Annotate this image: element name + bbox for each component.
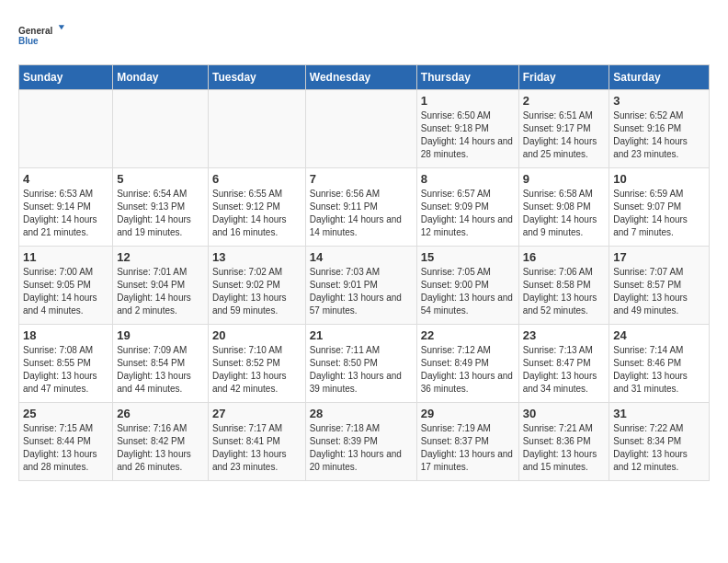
calendar-cell: 11Sunrise: 7:00 AM Sunset: 9:05 PM Dayli… <box>19 247 113 325</box>
calendar-cell: 5Sunrise: 6:54 AM Sunset: 9:13 PM Daylig… <box>113 168 209 247</box>
calendar-cell: 22Sunrise: 7:12 AM Sunset: 8:49 PM Dayli… <box>416 325 518 403</box>
day-info: Sunrise: 7:02 AM Sunset: 9:02 PM Dayligh… <box>212 266 301 317</box>
day-number: 11 <box>23 250 108 264</box>
day-info: Sunrise: 7:00 AM Sunset: 9:05 PM Dayligh… <box>23 266 108 317</box>
calendar-cell: 6Sunrise: 6:55 AM Sunset: 9:12 PM Daylig… <box>209 168 306 247</box>
day-info: Sunrise: 7:10 AM Sunset: 8:52 PM Dayligh… <box>212 344 301 396</box>
day-number: 26 <box>117 407 204 420</box>
calendar-cell: 2Sunrise: 6:51 AM Sunset: 9:17 PM Daylig… <box>518 90 609 168</box>
calendar-cell: 30Sunrise: 7:21 AM Sunset: 8:36 PM Dayli… <box>518 403 609 481</box>
calendar-cell: 21Sunrise: 7:11 AM Sunset: 8:50 PM Dayli… <box>305 325 416 403</box>
calendar-cell: 9Sunrise: 6:58 AM Sunset: 9:08 PM Daylig… <box>518 168 609 247</box>
calendar-cell: 31Sunrise: 7:22 AM Sunset: 8:34 PM Dayli… <box>609 403 710 481</box>
calendar-cell: 12Sunrise: 7:01 AM Sunset: 9:04 PM Dayli… <box>113 247 209 325</box>
header-monday: Monday <box>113 65 209 90</box>
day-info: Sunrise: 7:22 AM Sunset: 8:34 PM Dayligh… <box>613 422 705 474</box>
calendar-cell: 16Sunrise: 7:06 AM Sunset: 8:58 PM Dayli… <box>518 247 609 325</box>
calendar-cell <box>113 90 209 168</box>
day-info: Sunrise: 6:57 AM Sunset: 9:09 PM Dayligh… <box>421 188 515 239</box>
calendar-week-row: 4Sunrise: 6:53 AM Sunset: 9:14 PM Daylig… <box>19 168 710 247</box>
header-thursday: Thursday <box>416 65 518 90</box>
day-info: Sunrise: 7:05 AM Sunset: 9:00 PM Dayligh… <box>421 266 515 317</box>
header-tuesday: Tuesday <box>209 65 306 90</box>
day-info: Sunrise: 7:21 AM Sunset: 8:36 PM Dayligh… <box>523 422 606 474</box>
calendar-cell: 10Sunrise: 6:59 AM Sunset: 9:07 PM Dayli… <box>609 168 710 247</box>
calendar-cell: 24Sunrise: 7:14 AM Sunset: 8:46 PM Dayli… <box>609 325 710 403</box>
calendar-cell: 23Sunrise: 7:13 AM Sunset: 8:47 PM Dayli… <box>518 325 609 403</box>
day-number: 3 <box>613 94 705 108</box>
calendar-cell: 13Sunrise: 7:02 AM Sunset: 9:02 PM Dayli… <box>209 247 306 325</box>
day-number: 15 <box>421 250 515 264</box>
day-info: Sunrise: 7:09 AM Sunset: 8:54 PM Dayligh… <box>117 344 204 396</box>
calendar-cell <box>209 90 306 168</box>
day-number: 7 <box>310 172 413 186</box>
logo: General Blue <box>18 18 64 55</box>
day-info: Sunrise: 7:15 AM Sunset: 8:44 PM Dayligh… <box>23 422 108 474</box>
day-number: 4 <box>23 172 108 186</box>
calendar-week-row: 25Sunrise: 7:15 AM Sunset: 8:44 PM Dayli… <box>19 403 710 481</box>
day-number: 5 <box>117 172 204 186</box>
calendar-cell: 4Sunrise: 6:53 AM Sunset: 9:14 PM Daylig… <box>19 168 113 247</box>
calendar-cell: 1Sunrise: 6:50 AM Sunset: 9:18 PM Daylig… <box>416 90 518 168</box>
day-info: Sunrise: 6:53 AM Sunset: 9:14 PM Dayligh… <box>23 188 108 239</box>
day-info: Sunrise: 7:18 AM Sunset: 8:39 PM Dayligh… <box>310 422 413 474</box>
day-number: 20 <box>212 328 301 342</box>
header-sunday: Sunday <box>19 65 113 90</box>
day-number: 10 <box>613 172 705 186</box>
day-info: Sunrise: 6:52 AM Sunset: 9:16 PM Dayligh… <box>613 109 705 161</box>
calendar-cell: 15Sunrise: 7:05 AM Sunset: 9:00 PM Dayli… <box>416 247 518 325</box>
calendar-cell <box>305 90 416 168</box>
svg-text:General: General <box>18 26 52 36</box>
day-number: 30 <box>523 407 606 420</box>
day-info: Sunrise: 6:51 AM Sunset: 9:17 PM Dayligh… <box>523 109 606 161</box>
calendar-cell: 28Sunrise: 7:18 AM Sunset: 8:39 PM Dayli… <box>305 403 416 481</box>
calendar-cell: 7Sunrise: 6:56 AM Sunset: 9:11 PM Daylig… <box>305 168 416 247</box>
day-info: Sunrise: 6:55 AM Sunset: 9:12 PM Dayligh… <box>212 188 301 239</box>
day-number: 23 <box>523 328 606 342</box>
calendar-week-row: 18Sunrise: 7:08 AM Sunset: 8:55 PM Dayli… <box>19 325 710 403</box>
day-number: 24 <box>613 328 705 342</box>
day-info: Sunrise: 7:06 AM Sunset: 8:58 PM Dayligh… <box>523 266 606 317</box>
calendar-cell: 14Sunrise: 7:03 AM Sunset: 9:01 PM Dayli… <box>305 247 416 325</box>
day-number: 22 <box>421 328 515 342</box>
logo-svg: General Blue <box>18 18 64 55</box>
day-info: Sunrise: 7:12 AM Sunset: 8:49 PM Dayligh… <box>421 344 515 396</box>
day-number: 8 <box>421 172 515 186</box>
day-number: 12 <box>117 250 204 264</box>
calendar-cell: 17Sunrise: 7:07 AM Sunset: 8:57 PM Dayli… <box>609 247 710 325</box>
svg-marker-2 <box>59 25 64 29</box>
day-info: Sunrise: 7:19 AM Sunset: 8:37 PM Dayligh… <box>421 422 515 474</box>
day-info: Sunrise: 6:59 AM Sunset: 9:07 PM Dayligh… <box>613 188 705 239</box>
calendar-week-row: 1Sunrise: 6:50 AM Sunset: 9:18 PM Daylig… <box>19 90 710 168</box>
calendar-cell: 19Sunrise: 7:09 AM Sunset: 8:54 PM Dayli… <box>113 325 209 403</box>
day-number: 13 <box>212 250 301 264</box>
day-info: Sunrise: 7:16 AM Sunset: 8:42 PM Dayligh… <box>117 422 204 474</box>
day-number: 18 <box>23 328 108 342</box>
calendar-cell: 8Sunrise: 6:57 AM Sunset: 9:09 PM Daylig… <box>416 168 518 247</box>
day-number: 17 <box>613 250 705 264</box>
day-info: Sunrise: 6:50 AM Sunset: 9:18 PM Dayligh… <box>421 109 515 161</box>
day-info: Sunrise: 7:13 AM Sunset: 8:47 PM Dayligh… <box>523 344 606 396</box>
calendar-cell: 26Sunrise: 7:16 AM Sunset: 8:42 PM Dayli… <box>113 403 209 481</box>
day-number: 19 <box>117 328 204 342</box>
calendar-cell <box>19 90 113 168</box>
calendar-header-row: SundayMondayTuesdayWednesdayThursdayFrid… <box>19 65 710 90</box>
day-info: Sunrise: 7:11 AM Sunset: 8:50 PM Dayligh… <box>310 344 413 396</box>
day-number: 1 <box>421 94 515 108</box>
day-info: Sunrise: 7:17 AM Sunset: 8:41 PM Dayligh… <box>212 422 301 474</box>
day-info: Sunrise: 6:54 AM Sunset: 9:13 PM Dayligh… <box>117 188 204 239</box>
calendar-cell: 18Sunrise: 7:08 AM Sunset: 8:55 PM Dayli… <box>19 325 113 403</box>
header-wednesday: Wednesday <box>305 65 416 90</box>
day-number: 25 <box>23 407 108 420</box>
day-info: Sunrise: 7:07 AM Sunset: 8:57 PM Dayligh… <box>613 266 705 317</box>
calendar-cell: 27Sunrise: 7:17 AM Sunset: 8:41 PM Dayli… <box>209 403 306 481</box>
calendar-table: SundayMondayTuesdayWednesdayThursdayFrid… <box>18 64 710 481</box>
day-number: 9 <box>523 172 606 186</box>
svg-text:Blue: Blue <box>18 36 39 46</box>
page-header: General Blue <box>18 18 710 55</box>
day-number: 29 <box>421 407 515 420</box>
day-info: Sunrise: 7:01 AM Sunset: 9:04 PM Dayligh… <box>117 266 204 317</box>
calendar-cell: 3Sunrise: 6:52 AM Sunset: 9:16 PM Daylig… <box>609 90 710 168</box>
calendar-week-row: 11Sunrise: 7:00 AM Sunset: 9:05 PM Dayli… <box>19 247 710 325</box>
calendar-cell: 29Sunrise: 7:19 AM Sunset: 8:37 PM Dayli… <box>416 403 518 481</box>
